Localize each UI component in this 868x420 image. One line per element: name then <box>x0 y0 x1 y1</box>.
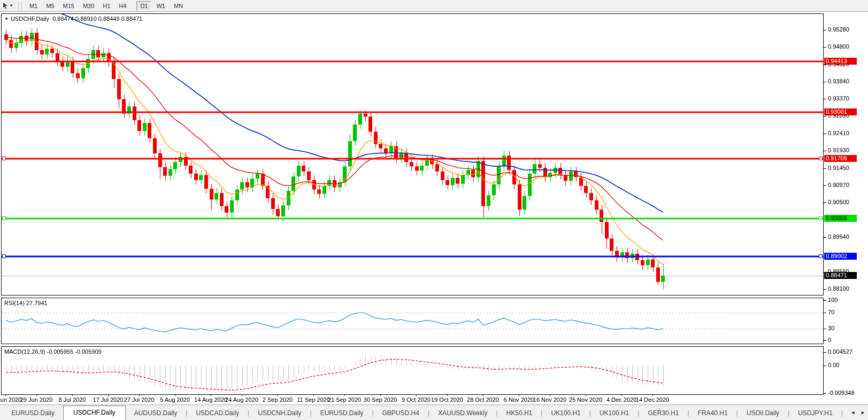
date-tick-mark <box>5 394 6 396</box>
timeframe-button-m15[interactable]: M15 <box>59 1 78 11</box>
timeframe-button-h4[interactable]: H4 <box>115 1 130 11</box>
date-tick-label: 17 Jul 2020 <box>93 396 124 403</box>
chart-tab-usdjpy-h1[interactable]: USDJPY.H1 <box>789 407 841 420</box>
price-level-badge-0.93001: 0.93001 <box>824 108 857 115</box>
date-tick-label: 11 Sep 2020 <box>297 396 330 403</box>
date-tick-mark <box>416 394 417 396</box>
rsi-tick-dash <box>824 340 826 341</box>
chart-tab-usdchf-daily[interactable]: USDCHF.Daily <box>63 406 126 420</box>
timeframe-button-w1[interactable]: W1 <box>152 1 169 11</box>
toolbar-drag-grip[interactable] <box>18 2 22 10</box>
date-tick-mark <box>242 394 242 396</box>
price-tick-label: 0.92410 <box>828 130 849 136</box>
rsi-tick-label: 0 <box>828 337 831 343</box>
cursor-tool-button[interactable]: ▼ <box>2 2 15 9</box>
timeframe-button-m30[interactable]: M30 <box>79 1 98 11</box>
price-tick-dash <box>824 116 826 116</box>
macd-tick-dash <box>824 393 826 394</box>
date-tick-label: 5 Aug 2020 <box>160 396 190 403</box>
price-tick-dash <box>824 151 826 151</box>
macd-pane[interactable]: MACD(12,26,9) -0.005955 -0.005909 <box>1 346 824 395</box>
date-tick-label: 19 Jun 2020 <box>0 396 21 403</box>
date-tick-label: 21 Sep 2020 <box>328 396 361 403</box>
date-tick-label: 29 Jun 2020 <box>20 396 53 403</box>
rsi-tick-dash <box>824 329 826 329</box>
date-tick-mark <box>278 394 278 396</box>
macd-label: MACD(12,26,9) -0.005955 -0.005909 <box>4 348 102 355</box>
timeframe-button-m5[interactable]: M5 <box>42 1 58 11</box>
date-tick-mark <box>652 394 653 396</box>
price-chart-canvas[interactable] <box>2 14 823 295</box>
price-tick-label: 0.88100 <box>828 285 849 292</box>
date-tick-label: 14 Dec 2020 <box>636 396 669 403</box>
price-level-badge-0.90055: 0.90055 <box>824 215 857 222</box>
chart-tab-gbpusd-h4[interactable]: GBPUSD.H4 <box>374 407 428 420</box>
timeframe-button-h1[interactable]: H1 <box>99 1 114 11</box>
cursor-icon <box>2 2 9 9</box>
date-tick-label: 6 Nov 2020 <box>504 396 534 403</box>
macd-tick-dash <box>824 365 826 366</box>
date-tick-mark <box>586 394 586 396</box>
rsi-pane[interactable]: RSI(14) 27.7941 <box>1 298 824 344</box>
date-tick-label: 2 Sep 2020 <box>263 396 293 403</box>
date-tick-mark <box>447 394 448 396</box>
date-tick-label: 28 Oct 2020 <box>467 396 499 403</box>
chart-tab-bar: EURUSD.DailyUSDCHF.DailyAUDUSD.Daily|USD… <box>0 405 868 420</box>
date-tick-label: 14 Aug 2020 <box>194 396 227 403</box>
date-tick-label: 8 Jul 2020 <box>59 396 86 403</box>
macd-tick-dash <box>824 352 826 353</box>
rsi-tick-label: 70 <box>828 309 834 315</box>
rsi-tick-label: 30 <box>828 325 834 331</box>
price-tick-dash <box>824 289 826 290</box>
date-tick-mark <box>139 394 140 396</box>
macd-tick-label: 0.004527 <box>828 348 852 355</box>
chart-tab-dj30-daily[interactable]: DJ30.Daily <box>843 407 848 420</box>
chart-tab-eurusd-daily[interactable]: EURUSD.Daily <box>3 407 63 420</box>
rsi-canvas[interactable] <box>2 298 823 344</box>
chart-symbol: USDCHF,Daily <box>11 15 49 22</box>
chart-tab-hk50-h1[interactable]: HK50.H1 <box>498 407 541 420</box>
chart-tab-uk100-h1[interactable]: UK100.H1 <box>542 407 589 420</box>
chart-tab-usdcad-daily[interactable]: USDCAD.Daily <box>187 407 248 420</box>
price-level-badge-0.94413: 0.94413 <box>824 58 857 65</box>
date-tick-mark <box>175 394 175 396</box>
date-tick-mark <box>344 394 345 396</box>
macd-canvas[interactable] <box>2 347 823 394</box>
price-tick-label: 0.95280 <box>828 26 849 33</box>
date-tick-mark <box>313 394 314 396</box>
date-tick-mark <box>550 394 550 396</box>
title-collapse-icon[interactable]: ▼ <box>4 17 9 21</box>
price-tick-label: 0.93840 <box>828 78 849 84</box>
chart-tab-audusd-daily[interactable]: AUDUSD.Daily <box>126 407 186 420</box>
date-tick-mark <box>483 394 483 396</box>
date-tick-mark <box>36 394 37 396</box>
chart-tab-fra40-h1[interactable]: FRA40.H1 <box>689 407 736 420</box>
price-level-badge-0.88471: 0.88471 <box>824 272 857 279</box>
date-tick-label: 9 Oct 2020 <box>402 396 431 403</box>
price-tick-dash <box>824 30 826 30</box>
price-tick-dash <box>824 237 826 238</box>
chart-tab-xauusd-weekly[interactable]: XAUUSD.Weekly <box>429 407 496 420</box>
rsi-tick-label: 100 <box>828 297 838 303</box>
cursor-tool-caret-icon[interactable]: ▼ <box>9 3 13 8</box>
price-tick-dash <box>824 134 826 134</box>
timeframe-button-mn[interactable]: MN <box>170 1 187 11</box>
chart-tab-usdcnh-daily[interactable]: USDCNH.Daily <box>249 407 310 420</box>
price-pane[interactable]: ▼USDCHF,Daily 0.88474 0.88910 0.88449 0.… <box>1 13 824 295</box>
chart-tab-usoil-daily[interactable]: USOil.Daily <box>738 407 788 420</box>
date-tick-label: 19 Oct 2020 <box>431 396 463 403</box>
timeframe-button-m1[interactable]: M1 <box>26 1 41 11</box>
chart-tab-eurusd-daily[interactable]: EURUSD.Daily <box>312 407 372 420</box>
price-tick-label: 0.89540 <box>828 234 849 240</box>
chart-tab-ger30-h1[interactable]: GER30.H1 <box>639 407 687 420</box>
date-tick-mark <box>211 394 211 396</box>
price-tick-label: 0.90970 <box>828 182 849 188</box>
timeframe-button-d1[interactable]: D1 <box>136 1 151 11</box>
tab-scroll-right-button[interactable]: ► <box>858 408 868 417</box>
price-tick-label: 0.93370 <box>828 95 849 102</box>
chart-window: ▼USDCHF,Daily 0.88474 0.88910 0.88449 0.… <box>0 12 868 405</box>
chart-tab-uk100-h1[interactable]: UK100.H1 <box>591 407 637 420</box>
rsi-label: RSI(14) 27.7941 <box>4 300 48 306</box>
tab-scroll-left-button[interactable]: ◄ <box>848 408 858 417</box>
date-tick-label: 25 Nov 2020 <box>569 396 602 403</box>
